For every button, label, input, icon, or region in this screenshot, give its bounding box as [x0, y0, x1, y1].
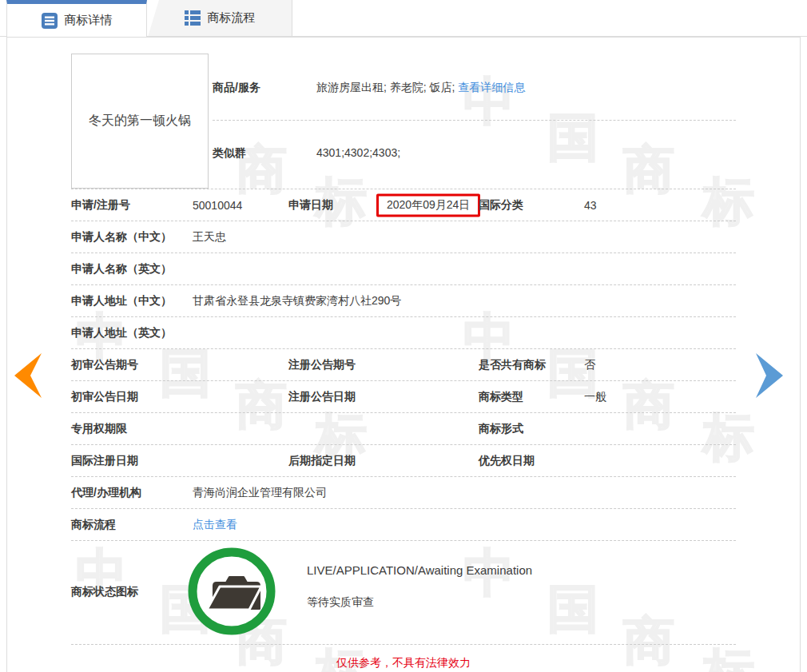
field-rows: 申请/注册号50010044申请日期2020年09月24日国际分类43申请人名称…	[71, 189, 736, 541]
similar-group-label: 类似群	[213, 146, 316, 161]
goods-services-label: 商品/服务	[213, 81, 316, 120]
field-label: 初审公告日期	[71, 390, 193, 404]
field-label: 初审公告期号	[71, 358, 193, 372]
field-value: 50010044	[193, 199, 242, 212]
table-row: 申请人地址（中文）甘肃省永登县龙泉寺镇费家湾村八社290号	[71, 285, 736, 317]
field-cell: 代理/办理机构青海尚润企业管理有限公司	[71, 486, 327, 500]
previous-arrow-button[interactable]	[13, 353, 43, 400]
similar-group-row: 类似群 4301;4302;4303;	[213, 121, 736, 161]
field-label: 申请/注册号	[71, 198, 193, 213]
tab-trademark-process[interactable]: 商标流程	[148, 0, 292, 37]
tab-trademark-detail[interactable]: 商标详情	[6, 0, 147, 37]
field-label: 是否共有商标	[479, 358, 584, 372]
field-label: 后期指定日期	[288, 454, 376, 468]
field-label: 申请人地址（英文）	[71, 326, 193, 340]
detail-panel: 冬天的第一顿火锅 商品/服务 旅游房屋出租; 养老院; 饭店; 查看详细信息 类…	[6, 37, 801, 672]
field-label: 国际分类	[479, 198, 584, 213]
field-cell: 国际注册日期	[71, 454, 193, 468]
field-value: 43	[584, 199, 597, 212]
field-cell: 注册公告期号	[288, 358, 376, 372]
tabbar: 商标详情 商标流程	[0, 0, 807, 37]
field-cell: 申请/注册号50010044	[71, 198, 242, 213]
status-folder-icon	[185, 544, 279, 638]
goods-services-value: 旅游房屋出租; 养老院; 饭店; 查看详细信息	[316, 81, 525, 120]
disclaimer-text: 仅供参考，不具有法律效力	[71, 656, 736, 670]
table-row: 申请/注册号50010044申请日期2020年09月24日国际分类43	[71, 189, 736, 221]
table-row: 国际注册日期后期指定日期优先权日期	[71, 445, 736, 477]
field-cell: 申请人名称（中文）王天忠	[71, 230, 226, 245]
field-value: 一般	[584, 390, 606, 404]
status-row: 商标状态图标 LIVE/APPLICATION/Awaiting Examina…	[71, 541, 736, 645]
goods-services-row: 商品/服务 旅游房屋出租; 养老院; 饭店; 查看详细信息	[213, 81, 736, 121]
table-row: 初审公告日期注册公告日期商标类型一般	[71, 381, 736, 413]
field-cell: 优先权日期	[479, 454, 584, 468]
next-arrow-button[interactable]	[754, 353, 785, 400]
field-cell: 初审公告期号	[71, 358, 193, 372]
table-row: 专用权期限商标形式	[71, 413, 736, 445]
field-cell: 注册公告日期	[288, 390, 376, 404]
trademark-image-text: 冬天的第一顿火锅	[89, 113, 191, 129]
field-cell: 初审公告日期	[71, 390, 193, 404]
highlighted-field-value: 2020年09月24日	[376, 193, 480, 217]
field-label: 申请人名称（中文）	[71, 230, 193, 245]
list-icon	[185, 10, 201, 26]
field-label: 申请日期	[288, 198, 376, 213]
field-cell: 专用权期限	[71, 422, 193, 436]
field-cell: 申请人名称（英文）	[71, 262, 193, 276]
field-cell: 商标类型一般	[479, 390, 606, 404]
field-cell: 商标流程点击查看	[71, 518, 237, 532]
field-label: 专用权期限	[71, 422, 193, 436]
field-cell: 是否共有商标否	[479, 358, 595, 372]
status-label: 商标状态图标	[71, 585, 138, 599]
click-to-view-link[interactable]: 点击查看	[193, 518, 237, 532]
field-cell: 申请日期2020年09月24日	[288, 193, 480, 217]
table-row: 申请人名称（英文）	[71, 253, 736, 285]
field-value: 王天忠	[193, 230, 226, 245]
field-label: 国际注册日期	[71, 454, 193, 468]
field-label: 商标类型	[479, 390, 584, 404]
field-cell: 申请人地址（中文）甘肃省永登县龙泉寺镇费家湾村八社290号	[71, 294, 401, 308]
field-label: 商标形式	[479, 422, 584, 436]
tab-label: 商标流程	[208, 10, 256, 26]
field-label: 注册公告日期	[288, 390, 376, 404]
similar-group-value: 4301;4302;4303;	[316, 146, 400, 161]
document-icon	[42, 13, 58, 29]
status-text-cn: 等待实质审查	[307, 595, 374, 610]
table-row: 申请人名称（中文）王天忠	[71, 221, 736, 253]
status-text-en: LIVE/APPLICATION/Awaiting Examination	[307, 563, 532, 577]
field-cell: 国际分类43	[479, 198, 597, 213]
field-label: 商标流程	[71, 518, 193, 532]
view-details-link[interactable]: 查看详细信息	[458, 81, 525, 93]
field-value: 甘肃省永登县龙泉寺镇费家湾村八社290号	[193, 294, 401, 308]
field-value: 否	[584, 358, 595, 372]
trademark-detail-page: 中国商标中国商标中国商标中国商标中国商标中国商标 商标详情	[0, 0, 807, 672]
table-row: 申请人地址（英文）	[71, 317, 736, 349]
tab-label: 商标详情	[65, 13, 113, 28]
table-row: 代理/办理机构青海尚润企业管理有限公司	[71, 477, 736, 509]
table-row: 初审公告期号注册公告期号是否共有商标否	[71, 349, 736, 381]
field-cell: 后期指定日期	[288, 454, 376, 468]
field-label: 申请人地址（中文）	[71, 294, 193, 308]
field-cell: 申请人地址（英文）	[71, 326, 193, 340]
table-row: 商标流程点击查看	[71, 509, 736, 541]
field-value: 青海尚润企业管理有限公司	[193, 486, 327, 500]
field-label: 注册公告期号	[288, 358, 376, 372]
field-label: 申请人名称（英文）	[71, 262, 193, 276]
field-cell: 商标形式	[479, 422, 584, 436]
field-label: 优先权日期	[479, 454, 584, 468]
top-section: 冬天的第一顿火锅 商品/服务 旅游房屋出租; 养老院; 饭店; 查看详细信息 类…	[71, 54, 736, 189]
field-label: 代理/办理机构	[71, 486, 193, 500]
trademark-image: 冬天的第一顿火锅	[71, 54, 209, 189]
